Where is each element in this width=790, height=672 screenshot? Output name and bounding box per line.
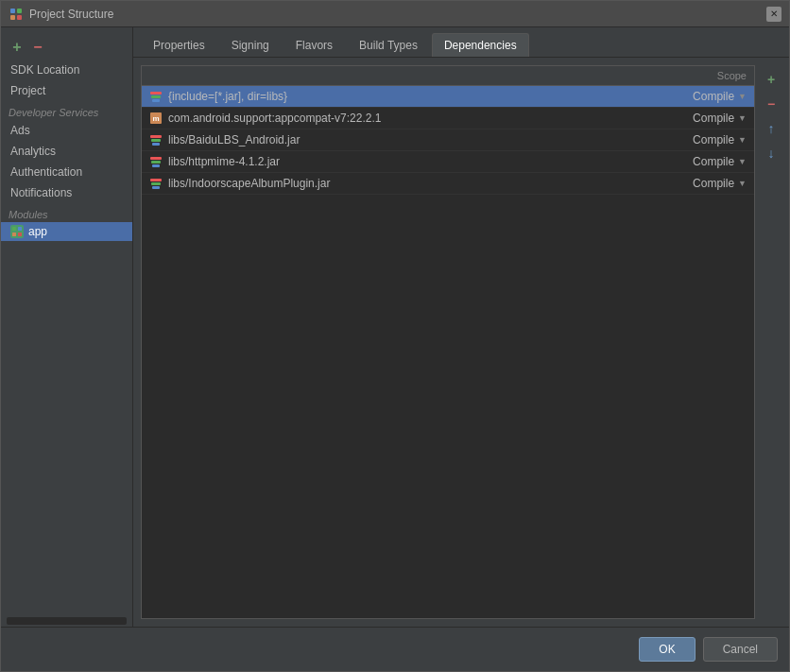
dep-scope-cell: Compile ▼ bbox=[641, 151, 754, 173]
dep-scope-cell: Compile ▼ bbox=[641, 108, 754, 129]
jar-icon bbox=[149, 155, 163, 168]
svg-rect-2 bbox=[10, 15, 15, 20]
chevron-down-icon[interactable]: ▼ bbox=[738, 135, 747, 145]
dep-scope-cell: Compile ▼ bbox=[641, 86, 754, 108]
dep-main-area: Scope bbox=[141, 65, 781, 619]
sidebar-remove-button[interactable]: − bbox=[29, 39, 46, 56]
dep-scope-value: Compile bbox=[693, 177, 734, 190]
svg-rect-0 bbox=[10, 9, 15, 13]
jar-icon bbox=[149, 133, 163, 146]
dep-table: Scope bbox=[142, 66, 754, 195]
ok-button[interactable]: OK bbox=[639, 637, 695, 662]
chevron-down-icon[interactable]: ▼ bbox=[738, 157, 747, 166]
sidebar-item-project[interactable]: Project bbox=[1, 80, 132, 101]
tab-properties[interactable]: Properties bbox=[141, 33, 217, 57]
dep-name-cell: libs/BaiduLBS_Android.jar bbox=[142, 129, 641, 151]
dialog-title: Project Structure bbox=[29, 8, 761, 21]
dep-table-body: {include=[*.jar], dir=libs} Compile ▼ bbox=[142, 86, 754, 195]
dep-name-label: libs/BaiduLBS_Android.jar bbox=[168, 133, 300, 146]
tab-build-types[interactable]: Build Types bbox=[347, 33, 430, 57]
sidebar-item-sdk-location[interactable]: SDK Location bbox=[1, 60, 132, 80]
app-icon bbox=[9, 7, 24, 22]
dep-side-buttons: + − ↑ ↓ bbox=[761, 65, 781, 619]
svg-rect-3 bbox=[17, 15, 22, 20]
sidebar-item-app[interactable]: app bbox=[1, 222, 132, 241]
table-row[interactable]: libs/IndoorscapeAlbumPlugin.jar Compile … bbox=[142, 173, 754, 195]
dep-scope-cell: Compile ▼ bbox=[641, 129, 754, 151]
dep-name-label: com.android.support:appcompat-v7:22.2.1 bbox=[168, 112, 381, 125]
bottom-bar: OK Cancel bbox=[1, 627, 789, 671]
jar-icon bbox=[149, 90, 163, 103]
dep-name-cell: m com.android.support:appcompat-v7:22.2.… bbox=[142, 108, 641, 129]
dep-name-label: {include=[*.jar], dir=libs} bbox=[168, 90, 287, 103]
add-dependency-button[interactable]: + bbox=[761, 69, 781, 90]
svg-rect-5 bbox=[18, 227, 22, 231]
dependencies-panel: Scope bbox=[133, 58, 789, 627]
dep-name-label: libs/IndoorscapeAlbumPlugin.jar bbox=[168, 177, 330, 190]
sidebar-item-notifications[interactable]: Notifications bbox=[1, 182, 132, 203]
close-button[interactable]: ✕ bbox=[766, 7, 781, 22]
tab-flavors[interactable]: Flavors bbox=[283, 33, 345, 57]
main-content: + − SDK Location Project Developer Servi… bbox=[1, 27, 789, 627]
chevron-down-icon[interactable]: ▼ bbox=[738, 113, 747, 123]
dep-name-label: libs/httpmime-4.1.2.jar bbox=[168, 155, 280, 168]
app-module-icon bbox=[10, 225, 24, 238]
right-panel: Properties Signing Flavors Build Types D… bbox=[133, 27, 789, 627]
sidebar-item-analytics[interactable]: Analytics bbox=[1, 141, 132, 162]
sidebar-scroll: SDK Location Project Developer Services … bbox=[1, 60, 132, 613]
title-bar: Project Structure ✕ bbox=[1, 1, 789, 27]
sidebar-add-button[interactable]: + bbox=[9, 39, 26, 56]
svg-rect-4 bbox=[12, 227, 16, 231]
move-up-button[interactable]: ↑ bbox=[761, 118, 781, 139]
sidebar: + − SDK Location Project Developer Servi… bbox=[1, 27, 133, 627]
sidebar-horizontal-scrollbar[interactable] bbox=[7, 617, 127, 625]
dep-name-cell: {include=[*.jar], dir=libs} bbox=[142, 86, 641, 108]
modules-label: Modules bbox=[1, 203, 132, 222]
developer-services-label: Developer Services bbox=[1, 101, 132, 120]
dep-scope-cell: Compile ▼ bbox=[641, 173, 754, 195]
maven-icon: m bbox=[149, 112, 163, 125]
svg-rect-6 bbox=[12, 233, 16, 236]
cancel-button[interactable]: Cancel bbox=[703, 637, 778, 662]
dep-name-cell: libs/IndoorscapeAlbumPlugin.jar bbox=[142, 173, 641, 195]
dep-name-cell: libs/httpmime-4.1.2.jar bbox=[142, 151, 641, 173]
dep-list-container: Scope bbox=[141, 65, 755, 619]
chevron-down-icon[interactable]: ▼ bbox=[738, 92, 747, 101]
move-down-button[interactable]: ↓ bbox=[761, 143, 781, 164]
sidebar-item-authentication[interactable]: Authentication bbox=[1, 162, 132, 182]
sidebar-item-ads[interactable]: Ads bbox=[1, 120, 132, 141]
table-row[interactable]: libs/httpmime-4.1.2.jar Compile ▼ bbox=[142, 151, 754, 173]
tab-dependencies[interactable]: Dependencies bbox=[432, 33, 529, 57]
table-row[interactable]: {include=[*.jar], dir=libs} Compile ▼ bbox=[142, 86, 754, 108]
tab-signing[interactable]: Signing bbox=[219, 33, 282, 57]
dep-table-header: Scope bbox=[142, 66, 754, 86]
table-row[interactable]: m com.android.support:appcompat-v7:22.2.… bbox=[142, 108, 754, 129]
chevron-down-icon[interactable]: ▼ bbox=[738, 179, 747, 188]
jar-icon bbox=[149, 177, 163, 190]
dep-name-header bbox=[142, 66, 641, 86]
sidebar-toolbar: + − bbox=[1, 35, 132, 60]
dep-scope-value: Compile bbox=[693, 112, 734, 125]
dep-scope-header: Scope bbox=[641, 66, 754, 86]
dep-scope-value: Compile bbox=[693, 133, 734, 146]
svg-rect-1 bbox=[17, 9, 22, 13]
svg-rect-7 bbox=[18, 233, 22, 236]
app-module-label: app bbox=[28, 225, 47, 238]
project-structure-dialog: Project Structure ✕ + − SDK Location Pro… bbox=[0, 0, 790, 672]
dep-scope-value: Compile bbox=[693, 90, 734, 103]
table-row[interactable]: libs/BaiduLBS_Android.jar Compile ▼ bbox=[142, 129, 754, 151]
dep-scope-value: Compile bbox=[693, 155, 734, 168]
tabs-bar: Properties Signing Flavors Build Types D… bbox=[133, 27, 789, 58]
remove-dependency-button[interactable]: − bbox=[761, 94, 781, 114]
